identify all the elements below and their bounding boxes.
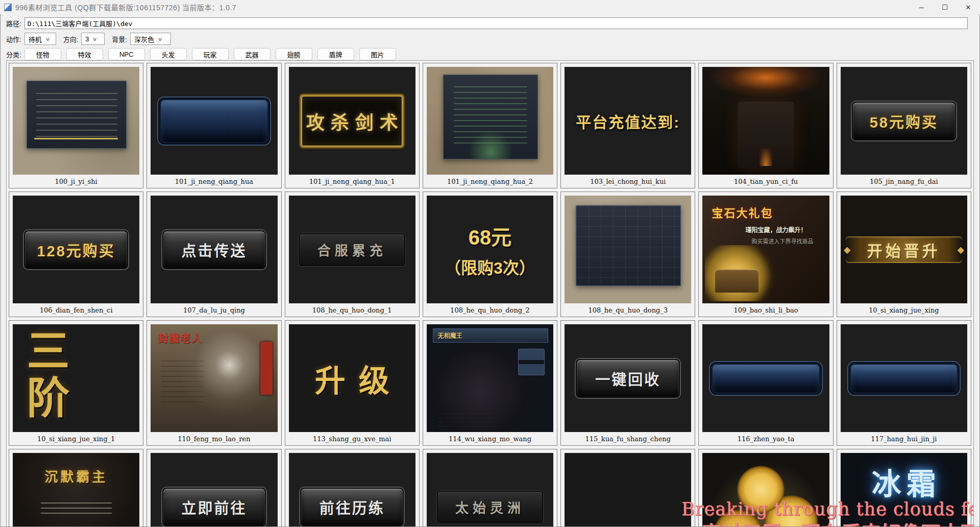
direction-select[interactable]: 3 ∨ <box>81 33 105 45</box>
banner-text: 一键回收 <box>595 368 660 389</box>
banner-graphic: 合服累充 <box>299 233 405 266</box>
banner-text: 立即前往 <box>181 496 247 518</box>
asset-cell[interactable]: 101_ji_neng_qiang_hua_2 <box>423 63 557 188</box>
category-button-6[interactable]: 武器 <box>234 48 271 60</box>
asset-panel: 100_ji_yi_shi101_ji_neng_qiang_hua攻杀剑术10… <box>6 60 974 527</box>
asset-caption: 106_dian_fen_shen_ci <box>13 303 139 317</box>
asset-cell[interactable]: 108_he_qu_huo_dong_3 <box>560 191 695 317</box>
asset-thumbnail: 平台充值达到: <box>565 67 691 175</box>
minimize-button[interactable]: ─ <box>910 0 933 14</box>
direction-select-value: 3 <box>85 35 89 43</box>
background-select-value: 深灰色 <box>134 34 154 44</box>
banner-text: 58元购买 <box>870 110 938 132</box>
asset-cell[interactable]: 攻杀剑术101_ji_neng_qiang_hua_1 <box>285 63 420 188</box>
asset-thumbnail: 68元（限购3次） <box>427 196 553 303</box>
banner-text: 点击传送 <box>181 239 247 260</box>
asset-caption: 117_hang_hui_jin_ji <box>841 432 967 445</box>
banner-graphic <box>158 98 270 145</box>
banner-graphic: 立即前往 <box>162 488 266 526</box>
banner-graphic: 攻杀剑术 <box>301 95 403 147</box>
asset-cell[interactable]: 封魔老人110_feng_mo_lao_ren <box>146 320 281 446</box>
banner-text: 太始灵洲 <box>455 497 525 516</box>
maximize-button[interactable]: ☐ <box>933 0 957 14</box>
asset-thumbnail <box>427 67 553 175</box>
asset-cell[interactable] <box>698 449 833 527</box>
banner-text: 前往历练 <box>320 496 385 518</box>
asset-cell[interactable]: 无相魔王114_wu_xiang_mo_wang <box>423 320 557 446</box>
asset-thumbnail <box>702 67 829 175</box>
asset-cell[interactable]: 沉默霸主 <box>9 449 143 527</box>
asset-cell[interactable] <box>560 449 695 527</box>
banner-graphic: 太始灵洲 <box>437 491 544 523</box>
asset-cell[interactable]: 太始灵洲 <box>423 449 557 527</box>
asset-cell[interactable]: 58元购买105_jin_nang_fu_dai <box>837 63 971 188</box>
asset-cell[interactable]: 立即前往 <box>146 449 281 527</box>
asset-cell[interactable]: 100_ji_yi_shi <box>9 63 143 188</box>
path-row: 路径: D:\111\三端客户端(工具服)\dev <box>0 17 980 30</box>
asset-thumbnail <box>151 67 277 175</box>
asset-caption: 105_jin_nang_fu_dai <box>841 175 967 188</box>
asset-thumbnail: 无相魔王 <box>427 324 553 432</box>
asset-thumbnail: 冰霜 <box>841 453 967 527</box>
category-button-5[interactable]: 玩家 <box>192 48 229 60</box>
asset-cell[interactable]: 平台充值达到:103_lei_chong_hui_kui <box>560 63 695 188</box>
thumb-text-line1: 瑾阳宝藏，战力飙升！ <box>745 225 806 234</box>
asset-cell[interactable]: 三阶10_si_xiang_jue_xing_1 <box>9 320 143 446</box>
window-controls: ─ ☐ ✕ <box>910 0 980 14</box>
asset-cell[interactable]: 116_zhen_yao_ta <box>698 320 833 446</box>
asset-cell[interactable]: 128元购买106_dian_fen_shen_ci <box>9 191 143 317</box>
asset-cell[interactable]: 开始晋升10_si_xiang_jue_xing <box>837 191 971 317</box>
banner-text: 合服累充 <box>317 240 387 259</box>
banner-graphic: 点击传送 <box>162 230 266 269</box>
asset-cell[interactable]: 宝石大礼包瑾阳宝藏，战力飙升！购买需进入下界寻找商品109_bao_shi_li… <box>698 191 833 317</box>
asset-thumbnail: 太始灵洲 <box>427 453 553 527</box>
category-button-3[interactable]: NPC <box>108 48 145 60</box>
category-label: 分类: <box>6 50 21 59</box>
asset-cell[interactable]: 68元（限购3次）108_he_qu_huo_dong_2 <box>423 191 557 317</box>
category-button-4[interactable]: 头发 <box>150 48 187 60</box>
close-button[interactable]: ✕ <box>957 0 980 14</box>
thumb-text-title: 沉默霸主 <box>44 466 108 485</box>
category-button-7[interactable]: 翅膀 <box>276 48 312 60</box>
asset-cell[interactable]: 冰霜 <box>837 449 971 527</box>
asset-thumbnail: 开始晋升 <box>841 196 967 303</box>
action-row: 动作: 待机 ∨ 方向: 3 ∨ 背景: 深灰色 ∨ <box>0 32 980 45</box>
action-label: 动作: <box>6 34 21 44</box>
asset-cell[interactable]: 点击传送107_da_lu_ju_qing <box>146 191 281 317</box>
chevron-down-icon: ∨ <box>157 36 162 42</box>
asset-cell[interactable]: 117_hang_hui_jin_ji <box>837 320 971 446</box>
category-button-9[interactable]: 图片 <box>359 48 396 60</box>
category-button-1[interactable]: 怪物 <box>24 48 61 60</box>
asset-thumbnail: 攻杀剑术 <box>289 67 415 175</box>
asset-cell[interactable]: 升级113_shang_gu_xve_mai <box>285 320 420 446</box>
thumb-text-title: 宝石大礼包 <box>712 204 773 220</box>
asset-thumbnail: 点击传送 <box>151 196 277 303</box>
asset-cell[interactable]: 合服累充108_he_qu_huo_dong_1 <box>285 191 420 317</box>
path-input[interactable]: D:\111\三端客户端(工具服)\dev <box>24 17 968 29</box>
asset-thumbnail <box>702 453 829 527</box>
app-icon <box>4 4 12 11</box>
asset-caption: 109_bao_shi_li_bao <box>702 303 829 317</box>
direction-label: 方向: <box>63 34 79 44</box>
asset-thumbnail <box>565 196 691 303</box>
asset-thumbnail <box>841 324 967 432</box>
asset-caption: 10_si_xiang_jue_xing_1 <box>13 432 139 445</box>
asset-cell[interactable]: 101_ji_neng_qiang_hua <box>146 63 281 188</box>
asset-caption: 115_kua_fu_shang_cheng <box>565 432 691 445</box>
asset-thumbnail: 宝石大礼包瑾阳宝藏，战力飙升！购买需进入下界寻找商品 <box>702 196 829 303</box>
asset-thumbnail: 升级 <box>289 324 415 432</box>
asset-thumbnail: 合服累充 <box>289 196 415 303</box>
action-select[interactable]: 待机 ∨ <box>24 33 56 45</box>
asset-cell[interactable]: 一键回收115_kua_fu_shang_cheng <box>560 320 695 446</box>
thumb-text-text: 三阶 <box>23 328 66 422</box>
asset-cell[interactable]: 前往历练 <box>285 449 420 527</box>
asset-cell[interactable]: 104_tian_yun_ci_fu <box>698 63 833 188</box>
category-button-2[interactable]: 特效 <box>66 48 103 60</box>
asset-thumbnail: 一键回收 <box>565 324 691 432</box>
thumb-text-text: 平台充值达到: <box>576 110 680 132</box>
category-button-8[interactable]: 盾牌 <box>317 48 354 60</box>
thumb-text-title: 封魔老人 <box>158 330 203 345</box>
background-select[interactable]: 深灰色 ∨ <box>130 33 171 45</box>
thumb-text-line2: 购买需进入下界寻找商品 <box>751 237 813 245</box>
path-label: 路径: <box>6 18 21 28</box>
